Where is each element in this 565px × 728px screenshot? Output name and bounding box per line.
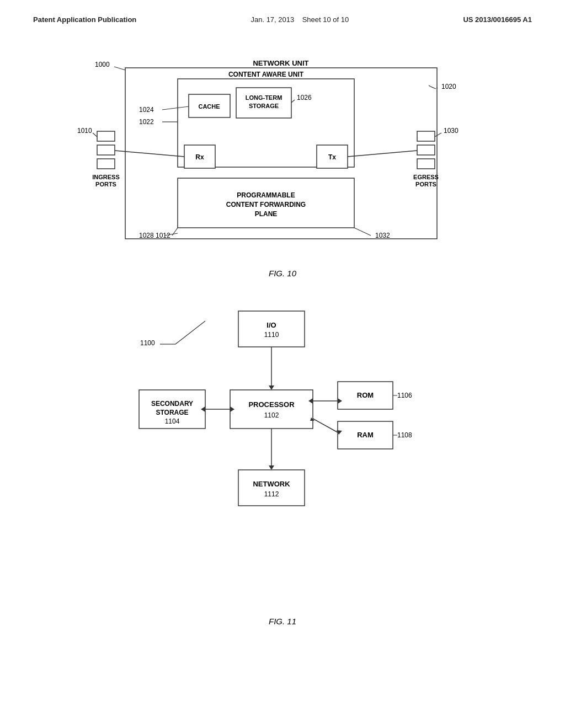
ref-1106: 1106 (397, 392, 412, 399)
egress-port-2 (417, 145, 435, 155)
ref-1010-line (93, 133, 97, 137)
ingress-port-1 (97, 131, 115, 141)
fig10-container: NETWORK UNIT CONTENT AWARE UNIT CACHE LO… (62, 51, 503, 263)
processor-ref: 1102 (264, 411, 279, 419)
lts-label2: STORAGE (249, 103, 279, 109)
io-ref: 1110 (264, 331, 279, 339)
ref-1024: 1024 (139, 106, 154, 114)
tx-label: Tx (328, 153, 336, 161)
io-label: I/O (266, 321, 276, 329)
ingress-label1: INGRESS (92, 174, 120, 180)
rom-label: ROM (357, 391, 374, 399)
ref-1020-bracket (429, 85, 436, 89)
ref-1000-line (114, 67, 125, 70)
pcfp-label2: CONTENT FORWARDING (226, 201, 306, 208)
ref-1100-bracket (175, 321, 205, 344)
header-right: US 2013/0016695 A1 (463, 15, 532, 24)
tx-egress-line (348, 151, 417, 157)
ingress-port-2 (97, 145, 115, 155)
ingress-port-3 (97, 159, 115, 169)
header-center: Jan. 17, 2013 Sheet 10 of 10 (250, 15, 349, 24)
network-ref: 1112 (264, 490, 279, 498)
egress-port-1 (417, 131, 435, 141)
egress-label2: PORTS (415, 181, 436, 188)
header-left: Patent Application Publication (33, 15, 136, 24)
ref-1020: 1020 (441, 83, 456, 90)
rx-label: Rx (195, 153, 204, 161)
ref-1022: 1022 (139, 118, 154, 126)
page-header: Patent Application Publication Jan. 17, … (0, 0, 565, 24)
processor-box (230, 390, 313, 429)
ref-1028: 1028 (139, 232, 154, 239)
egress-label1: EGRESS (413, 174, 439, 180)
ref-1108: 1108 (397, 431, 412, 439)
ref-1024-line (162, 106, 189, 110)
ref-1012: 1012 (156, 232, 170, 239)
pcfp-label3: PLANE (255, 210, 278, 218)
fig10-diagram: NETWORK UNIT CONTENT AWARE UNIT CACHE LO… (62, 51, 503, 261)
network-label: NETWORK (253, 480, 290, 488)
lts-label1: LONG-TERM (246, 94, 282, 101)
ref-1030: 1030 (444, 127, 459, 135)
proc-ram-line (313, 419, 338, 432)
pcfp-label1: PROGRAMMABLE (237, 191, 295, 199)
processor-label: PROCESSOR (248, 400, 295, 409)
ram-label: RAM (357, 431, 374, 439)
ref-1026-line (291, 100, 295, 103)
ref-1032: 1032 (375, 232, 390, 239)
ingress-label2: PORTS (95, 181, 116, 188)
cau-label: CONTENT AWARE UNIT (228, 71, 304, 78)
ref-1100: 1100 (140, 339, 155, 347)
fig11-diagram: I/O 1110 PROCESSOR 1102 SECONDARY STORAG… (117, 300, 437, 609)
ref-1032-line (354, 228, 371, 235)
ref-1000: 1000 (95, 61, 110, 68)
network-unit-label: NETWORK UNIT (253, 59, 308, 67)
ref-1026: 1026 (297, 94, 312, 101)
secondary-storage-label1: SECONDARY (151, 400, 193, 408)
ref-1010: 1010 (77, 127, 92, 135)
fig10-caption: FIG. 10 (0, 269, 565, 278)
proc-net-arrowhead (269, 465, 274, 470)
fig11-container: I/O 1110 PROCESSOR 1102 SECONDARY STORAG… (117, 300, 448, 611)
io-proc-arrowhead (269, 386, 274, 390)
egress-port-3 (417, 159, 435, 169)
fig11-caption: FIG. 11 (0, 617, 565, 626)
cache-label: CACHE (198, 103, 220, 110)
secondary-storage-ref: 1104 (165, 417, 180, 425)
ref-1030-line (435, 133, 441, 137)
secondary-storage-label2: STORAGE (156, 409, 188, 416)
